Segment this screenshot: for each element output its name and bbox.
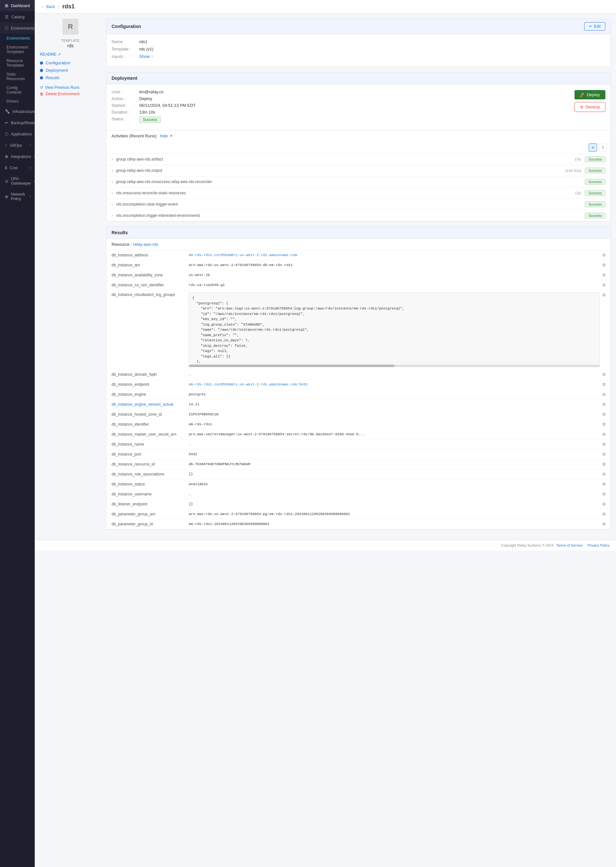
result-value-1: arn:aws:rds:us-west-2:679196758854:db:em…	[189, 263, 600, 267]
deployment-duration: 13m 10s	[139, 110, 155, 115]
result-key-17: db_instance_username	[112, 492, 189, 497]
copy-icon-15[interactable]: ⧉	[602, 471, 605, 477]
hide-activities-link[interactable]: Hide	[160, 134, 168, 138]
activity-chevron-2[interactable]: ›	[112, 180, 113, 184]
copy-icon-8[interactable]: ⧉	[602, 402, 605, 407]
result-row-19: db_parameter_group_arn arn:aws:rds:us-we…	[107, 509, 611, 519]
activity-row-4: › rds.oncompletion.clear-trigger-event S…	[107, 199, 611, 210]
sidebar-sub-static-resources[interactable]: Static Resources	[0, 70, 35, 84]
step-deployment[interactable]: Deployment	[40, 68, 101, 73]
result-row-6: db_instance_endpoint em-rds-rds1.cnc5hb3…	[107, 380, 611, 389]
result-value-2: us-west-2b	[189, 273, 600, 277]
env-avatar: R	[62, 19, 79, 35]
copy-icon-17[interactable]: ⧉	[602, 492, 605, 497]
activity-name-5: rds.oncompletion.trigger-interested-envi…	[116, 213, 577, 218]
copy-icon-9[interactable]: ⧉	[602, 412, 605, 417]
sidebar-item-opa[interactable]: ⊙ OPA Gatekeeper ›	[0, 173, 35, 189]
deployment-card-body: User : tim@rafay.co Action : Deploy Star…	[107, 84, 611, 130]
chart-view-button[interactable]: ⌇	[599, 143, 607, 151]
copy-icon-19[interactable]: ⧉	[602, 512, 605, 517]
resource-name-link[interactable]: rafay-aws-rds	[133, 242, 158, 247]
activity-chevron-1[interactable]: ›	[112, 168, 113, 173]
copy-icon-1[interactable]: ⧉	[602, 263, 605, 268]
template-label: TEMPLATE	[40, 39, 101, 43]
sidebar-item-cost[interactable]: $ Cost ›	[0, 162, 35, 173]
activity-chevron-0[interactable]: ›	[112, 157, 113, 161]
sidebar-item-environments[interactable]: ⬡ Environments ▾	[0, 22, 35, 34]
copy-icon-10[interactable]: ⧉	[602, 422, 605, 427]
status-badge: Success	[139, 117, 161, 123]
edit-button[interactable]: ✏ Edit	[584, 22, 605, 31]
destroy-button[interactable]: ⊘ Destroy	[575, 102, 605, 112]
sidebar-item-infrastructure[interactable]: 🔧 Infrastructure ›	[0, 106, 35, 117]
sidebar-sub-drivers[interactable]: Drivers	[0, 97, 35, 106]
back-link[interactable]: ← Back	[41, 5, 55, 9]
copy-icon-3[interactable]: ⧉	[602, 282, 605, 288]
copy-icon-6[interactable]: ⧉	[602, 382, 605, 387]
sidebar-item-gitops[interactable]: ⑂ GitOps ›	[0, 140, 35, 151]
copy-icon-14[interactable]: ⧉	[602, 462, 605, 467]
sidebar-sub-environments[interactable]: Environments	[0, 34, 35, 43]
step-results[interactable]: Results	[40, 75, 101, 80]
activity-status-4: Success	[585, 202, 605, 207]
back-arrow-icon: ←	[41, 5, 45, 9]
readme-link[interactable]: README ↗	[40, 52, 101, 57]
sidebar-sub-env-templates[interactable]: Environment Templates	[0, 43, 35, 56]
result-value-8: 14.11	[189, 402, 600, 406]
deployment-started: 06/11/2024, 04:51:13 PM EDT	[139, 103, 196, 108]
copy-icon-20[interactable]: ⧉	[602, 522, 605, 527]
step-configuration[interactable]: Configuration	[40, 60, 101, 65]
deployment-card: Deployment User : tim@rafay.co Action :	[106, 72, 611, 221]
view-previous-runs-link[interactable]: ↺ View Previous Runs	[40, 85, 101, 90]
deployment-started-row: Started : 06/11/2024, 04:51:13 PM EDT	[112, 103, 572, 108]
activity-chevron-3[interactable]: ›	[112, 191, 113, 195]
copy-icon-5[interactable]: ⧉	[602, 372, 605, 377]
configuration-card: Configuration ✏ Edit Name : rds1 Templat…	[106, 19, 611, 67]
copy-icon-16[interactable]: ⧉	[602, 482, 605, 487]
rocket-icon: 🚀	[580, 92, 585, 97]
copy-icon-0[interactable]: ⧉	[602, 252, 605, 258]
result-key-3: db_instance_ca_cert_identifier	[112, 283, 189, 287]
copy-icon-4[interactable]: ⧉	[602, 292, 605, 298]
activity-row-0: › group.rafay-aws-rds.artifact (7s) Succ…	[107, 154, 611, 165]
activity-chevron-4[interactable]: ›	[112, 202, 113, 207]
result-row-5: db_instance_domain_fqdn . ⧉	[107, 370, 611, 380]
sidebar-item-applications[interactable]: ⬡ Applications ›	[0, 128, 35, 140]
deployment-action-row: Action : Deploy	[112, 96, 572, 101]
sidebar-item-backup[interactable]: ↩ Backup/Restore ›	[0, 117, 35, 128]
sidebar-sub-config-contexts[interactable]: Config Contexts	[0, 84, 35, 97]
result-value-6[interactable]: em-rds-rds1.cnc5hb3m8ry.us-west-2.rds.am…	[189, 383, 600, 386]
sidebar-item-catalog[interactable]: ☰ Catalog	[0, 11, 35, 22]
result-row-11: db_instance_master_user_secret_arn arn:a…	[107, 429, 611, 440]
result-row-16: db_instance_status available ⧉	[107, 479, 611, 489]
config-inputs-link[interactable]: Show	[139, 54, 150, 59]
list-view-button[interactable]: ≡	[589, 143, 597, 151]
result-row-3: db_instance_ca_cert_identifier rds-ca-rs…	[107, 280, 611, 290]
deploy-button[interactable]: 🚀 Deploy	[575, 90, 605, 99]
copy-icon-2[interactable]: ⧉	[602, 273, 605, 277]
result-json-4[interactable]: { "postgresql": { "arn": "arn:aws:logs:u…	[189, 292, 600, 363]
backup-icon: ↩	[5, 120, 8, 125]
right-panel: Configuration ✏ Edit Name : rds1 Templat…	[106, 19, 611, 535]
copy-icon-11[interactable]: ⧉	[602, 432, 605, 437]
terms-link[interactable]: Terms of Service	[556, 543, 583, 547]
sidebar-item-dashboard[interactable]: ⊞ Dashboard	[0, 0, 35, 11]
copy-icon-13[interactable]: ⧉	[602, 452, 605, 457]
activity-chevron-5[interactable]: ›	[112, 213, 113, 218]
results-list: db_instance_address em-rds-rds1.cnc5hb3m…	[107, 250, 611, 529]
activity-row-1: › group.rafay-aws-rds.output (11m 51s) S…	[107, 165, 611, 176]
result-row-0: db_instance_address em-rds-rds1.cnc5hb3m…	[107, 250, 611, 260]
sidebar-item-integrations[interactable]: ⊕ Integrations ›	[0, 151, 35, 162]
copy-icon-18[interactable]: ⧉	[602, 501, 605, 507]
copy-icon-7[interactable]: ⧉	[602, 392, 605, 397]
delete-environment-link[interactable]: 🗑 Delete Environment	[40, 92, 101, 96]
result-key-0: db_instance_address	[112, 253, 189, 257]
sidebar-label-opa: OPA Gatekeeper	[11, 177, 31, 186]
result-value-3: rds-ca-rsa2048-g1	[189, 283, 600, 287]
copy-icon-12[interactable]: ⧉	[602, 442, 605, 447]
results-resource-label: Resource : rafay-aws-rds	[107, 239, 611, 250]
result-value-0[interactable]: em-rds-rds1.cnc5hb3m8ry.us-west-2.rds.am…	[189, 253, 600, 257]
privacy-link[interactable]: Privacy Policy	[588, 543, 610, 547]
sidebar-item-network[interactable]: ⊛ Network Policy ›	[0, 189, 35, 204]
sidebar-sub-resource-templates[interactable]: Resource Templates	[0, 56, 35, 70]
